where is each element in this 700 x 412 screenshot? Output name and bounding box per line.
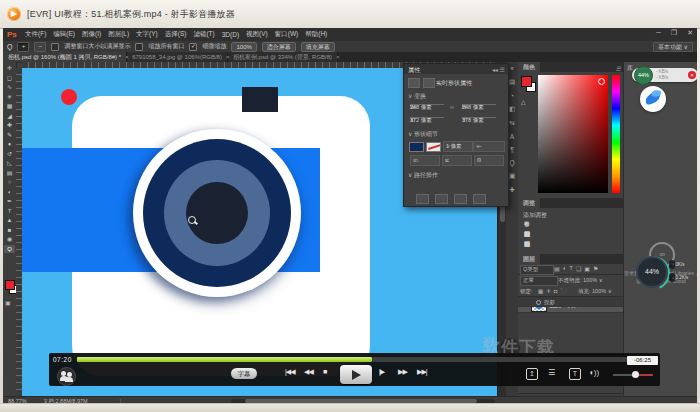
stroke-width-dropdown[interactable]: 1 像素∨ — [443, 141, 473, 152]
fill-color-swatch[interactable] — [409, 142, 424, 152]
lock-icon[interactable]: ▦ — [538, 288, 543, 294]
menu-item[interactable]: 3D(D) — [222, 31, 239, 38]
progress-bar-filled[interactable] — [77, 357, 372, 362]
screenshot-icon[interactable]: T — [569, 368, 581, 380]
rewind-icon[interactable]: ◀◀ — [304, 368, 313, 376]
stop-icon[interactable]: ■ — [323, 368, 326, 375]
info-panel-icon[interactable]: ◧ — [509, 105, 515, 113]
tab-close-icon[interactable]: × — [226, 52, 230, 62]
stroke-style-dropdown[interactable]: —∨ — [473, 141, 505, 152]
height-field[interactable]: H: 248 像素 — [462, 104, 496, 105]
menu-item[interactable]: 图层(L) — [108, 30, 129, 39]
menu-item[interactable]: 编辑(E) — [53, 30, 75, 39]
volume-slider-handle[interactable] — [632, 371, 639, 378]
canvas-horizontal-scrollbar[interactable] — [231, 399, 495, 403]
clone-stamp-tool-icon[interactable]: ♦ — [4, 140, 15, 148]
play-button[interactable] — [340, 365, 372, 384]
volume-slider-remainder[interactable] — [639, 374, 653, 376]
buddy-icon[interactable] — [57, 367, 76, 386]
add-panel-icon[interactable]: ✚ — [509, 186, 514, 194]
layer-filter-icon[interactable]: T — [569, 265, 573, 272]
menu-item[interactable]: 文字(Y) — [136, 30, 158, 39]
type-tool-icon[interactable]: T — [4, 207, 15, 215]
eyedropper-tool-icon[interactable]: ◢ — [4, 112, 15, 120]
lasso-tool-icon[interactable]: ∿ — [4, 83, 15, 91]
zoom-tool-icon[interactable]: Ϙ — [4, 245, 15, 253]
color-gradient-field[interactable] — [538, 75, 608, 193]
menu-item[interactable]: 帮助(H) — [305, 30, 327, 39]
next-icon[interactable]: ▶▶| — [417, 368, 427, 376]
panel-menu-icon[interactable]: ☰ — [616, 64, 621, 74]
tab-swatches[interactable]: 色板 — [518, 62, 540, 72]
tab-styles[interactable]: 样式 — [518, 198, 540, 208]
layer-filter-icon[interactable]: ❑ — [576, 265, 581, 272]
menu-item[interactable]: 图像(I) — [82, 30, 101, 39]
adjustment-icon[interactable]: ◑ — [524, 240, 528, 247]
menu-item[interactable]: 视图(V) — [246, 30, 268, 39]
effect-toggle-icon[interactable] — [536, 300, 541, 305]
brush-tool-icon[interactable]: ✎ — [4, 131, 15, 139]
adjustment-icon[interactable]: ▽ — [524, 220, 529, 228]
quick-selection-tool-icon[interactable]: ✳ — [4, 93, 15, 101]
menu-item[interactable]: 文件(F) — [25, 30, 46, 39]
history-brush-tool-icon[interactable]: ↺ — [4, 150, 15, 158]
document-tab[interactable]: 相机案例.psd @ 334% (背景, RGB/8)× — [228, 52, 338, 62]
crop-tool-icon[interactable]: ▦ — [4, 102, 15, 110]
tab-close-icon[interactable]: × — [336, 52, 340, 62]
stroke-option-dropdown[interactable]: ▭∨ — [410, 155, 440, 166]
adjustment-icon[interactable]: ▩ — [524, 230, 530, 238]
close-icon[interactable]: ✕ — [687, 29, 693, 37]
layer-filter-icon[interactable]: ▤ — [554, 265, 560, 272]
clock-panel-icon[interactable]: ◔ — [510, 92, 514, 99]
healing-brush-tool-icon[interactable]: ✚ — [4, 121, 15, 129]
layer-filter-icon[interactable]: ⚑ — [593, 265, 598, 272]
hand-tool-icon[interactable]: ◉ — [4, 235, 15, 243]
paragraph-panel-icon[interactable]: ¶ — [510, 146, 514, 153]
mask-panel-icon[interactable]: ▣ — [509, 172, 515, 180]
pathops-section-label[interactable]: ∨ 路径操作 — [408, 171, 438, 180]
menu-item[interactable]: 选择(S) — [165, 30, 187, 39]
blend-mode-dropdown[interactable]: 正常 — [520, 276, 558, 286]
video-frame[interactable]: Ps 文件(F)编辑(E)图像(I)图层(L)文字(Y)选择(S)滤镜(T)3D… — [3, 28, 697, 403]
layer-filter-icon[interactable]: ▣ — [584, 265, 590, 272]
collapse-panels-icon[interactable]: « — [510, 65, 514, 72]
layer-row[interactable]: 投影 — [518, 297, 623, 307]
speaker-icon[interactable]: ◖)) — [589, 368, 599, 377]
swap-panel-icon[interactable]: ⇆ — [509, 119, 514, 127]
download-widget-bottom[interactable]: 44% ↑ 0K/s ↓ 0.2K/s — [636, 256, 697, 292]
opacity-dropdown[interactable]: 不透明度: 100% ∨ — [558, 277, 603, 284]
stroke-color-swatch[interactable] — [426, 142, 441, 152]
blur-tool-icon[interactable]: ○ — [4, 178, 15, 186]
properties-header-icons[interactable]: ◂◂ ☰ — [492, 66, 505, 73]
properties-header[interactable]: 属性 ◂◂ ☰ — [404, 64, 508, 74]
menu-item[interactable]: 滤镜(T) — [193, 30, 214, 39]
widget-close-icon[interactable]: × — [688, 71, 696, 79]
history-panel-icon[interactable]: ▤ — [509, 78, 515, 86]
eraser-tool-icon[interactable]: ◺ — [4, 159, 15, 167]
link-dimensions-icon[interactable]: ∞ — [450, 104, 454, 110]
lock-icon[interactable]: ◘ — [554, 288, 557, 294]
layer-kind-dropdown[interactable]: Ϙ类型 — [520, 265, 554, 275]
document-tab[interactable]: 6791058_34.jpg @ 106%(RGB/8)× — [127, 52, 228, 62]
character-panel-icon[interactable]: A — [510, 133, 514, 140]
tab-paths[interactable]: 路径 — [518, 254, 540, 264]
fast-forward-icon[interactable]: ▶▶ — [398, 368, 407, 376]
color-foreground-swatch[interactable] — [521, 76, 532, 87]
move-tool-icon[interactable]: ✛ — [4, 64, 15, 72]
thunder-app-icon[interactable] — [640, 86, 666, 112]
lock-icon[interactable]: ✛ — [546, 288, 551, 294]
stroke-option-dropdown[interactable]: ⊓∨ — [474, 155, 504, 166]
download-widget-top[interactable]: 44% - KB/s - KB/s × — [632, 68, 697, 82]
menu-item[interactable]: 窗口(W) — [275, 30, 298, 39]
restore-icon[interactable]: ❐ — [671, 29, 677, 37]
width-field[interactable]: W: 248 像素 — [410, 104, 444, 105]
previous-icon[interactable]: |◀◀ — [285, 368, 295, 376]
playlist-icon[interactable]: ☰ — [548, 368, 555, 377]
marquee-tool-icon[interactable]: ◻ — [4, 74, 15, 82]
search-panel-icon[interactable]: Ϙ — [509, 159, 514, 166]
y-field[interactable]: Y: 378 像素 — [462, 117, 496, 118]
fill-dropdown[interactable]: 填充: 100% ∨ — [578, 288, 612, 295]
tab-close-icon[interactable]: × — [125, 52, 129, 62]
lock-icon[interactable]: ⬛ — [560, 288, 567, 294]
document-tab[interactable]: 相机.psd @ 160% (椭圆 1 拷贝, RGB/8#) *× — [3, 52, 127, 62]
